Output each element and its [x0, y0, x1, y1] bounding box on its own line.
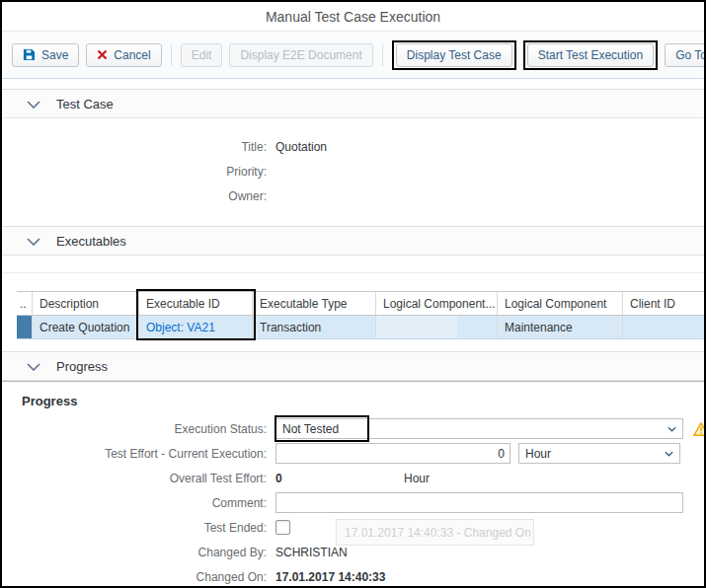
warning-triangle-icon — [693, 422, 706, 436]
changed-by-value: SCHRISTIAN — [275, 546, 348, 559]
owner-label: Owner: — [2, 189, 267, 203]
section-header-test-case[interactable]: Test Case — [2, 89, 704, 118]
window-titlebar: Manual Test Case Execution — [2, 2, 704, 32]
test-effort-unit-value: Hour — [525, 447, 551, 461]
red-x-icon — [97, 49, 108, 60]
test-effort-label: Test Effort - Current Execution: — [2, 447, 267, 461]
test-ended-label: Test Ended: — [2, 521, 267, 535]
chevron-down-icon — [667, 426, 676, 432]
window: Manual Test Case Execution Save Cancel E… — [0, 0, 706, 588]
cell-description: Create Quotation — [33, 316, 139, 338]
overall-effort-unit: Hour — [404, 472, 430, 485]
save-button-label: Save — [41, 48, 68, 62]
column-header-executable-type[interactable]: Executable Type — [253, 292, 376, 315]
column-header-logical-component-version[interactable]: Logical Component... — [376, 292, 498, 315]
display-test-case-button[interactable]: Display Test Case — [396, 43, 512, 67]
section-title-progress: Progress — [56, 359, 108, 374]
highlight-box-display-test-case: Display Test Case — [392, 40, 516, 70]
go-to-label: Go To — [675, 48, 706, 62]
chevron-down-icon — [665, 451, 673, 457]
chevron-down-icon — [27, 97, 40, 111]
changed-on-label: Changed On: — [2, 570, 267, 584]
spacer — [2, 339, 704, 351]
column-header-logical-component[interactable]: Logical Component — [498, 292, 623, 315]
section-title-test-case: Test Case — [56, 97, 114, 111]
comment-label: Comment: — [2, 496, 267, 510]
executable-id-link[interactable]: Object: VA21 — [146, 321, 215, 334]
comment-input[interactable] — [275, 492, 683, 513]
spacer — [2, 273, 704, 291]
priority-label: Priority: — [2, 165, 267, 179]
overall-effort-label: Overall Test Effort: — [2, 472, 267, 485]
highlight-box-start-test-execution: Start Test Execution — [523, 40, 659, 70]
section-title-executables: Executables — [56, 234, 126, 249]
execution-status-label: Execution Status: — [2, 422, 267, 436]
display-test-case-label: Display Test Case — [407, 48, 502, 62]
section-header-progress[interactable]: Progress — [2, 351, 704, 381]
column-header-selector[interactable]: .. — [17, 292, 33, 315]
start-test-execution-button[interactable]: Start Test Execution — [527, 43, 655, 67]
edit-button-label: Edit — [192, 48, 212, 62]
cell-logical-component: Maintenance — [498, 316, 623, 338]
changed-by-label: Changed By: — [2, 546, 267, 559]
executables-table: .. Description Executable ID Executable … — [17, 291, 705, 339]
column-header-description[interactable]: Description — [33, 292, 139, 315]
floppy-disk-icon — [23, 48, 36, 61]
column-header-executable-id[interactable]: Executable ID — [139, 292, 253, 315]
cell-executable-type: Transaction — [253, 316, 376, 338]
changed-on-value: 17.01.2017 14:40:33 — [275, 570, 385, 584]
logical-component-version-field[interactable] — [376, 316, 457, 338]
title-label: Title: — [2, 140, 267, 154]
edit-button[interactable]: Edit — [181, 43, 223, 67]
test-case-body: Title: Quotation Priority: Owner: — [2, 118, 704, 226]
overall-effort-value: 0 — [275, 472, 404, 485]
cancel-button-label: Cancel — [114, 48, 150, 62]
page-title: Manual Test Case Execution — [266, 9, 440, 25]
display-e2e-document-button[interactable]: Display E2E Document — [229, 43, 372, 67]
executables-subbar — [2, 256, 704, 273]
start-test-execution-label: Start Test Execution — [538, 48, 644, 62]
test-effort-unit-select[interactable]: Hour — [518, 443, 680, 464]
toolbar-separator — [382, 44, 383, 66]
progress-body: Progress Execution Status: Not Tested Te… — [2, 382, 704, 588]
spacer — [2, 79, 704, 89]
column-header-client-id[interactable]: Client ID — [623, 292, 705, 315]
cell-executable-id: Object: VA21 — [139, 316, 253, 338]
save-button[interactable]: Save — [12, 43, 79, 67]
cell-logical-component-version — [376, 316, 498, 338]
display-e2e-document-label: Display E2E Document — [240, 48, 361, 62]
chevron-down-icon — [27, 234, 40, 249]
table-row[interactable]: Create Quotation Object: VA21 Transactio… — [17, 316, 705, 339]
cell-client-id — [623, 316, 705, 338]
chevron-down-icon — [27, 359, 40, 374]
toolbar-separator — [171, 44, 172, 66]
execution-status-value: Not Tested — [282, 422, 339, 436]
go-to-menu-button[interactable]: Go To — [665, 43, 706, 67]
execution-status-select[interactable]: Not Tested — [275, 418, 683, 439]
cancel-button[interactable]: Cancel — [86, 43, 161, 67]
row-selector-cell[interactable] — [17, 316, 33, 338]
progress-heading: Progress — [2, 394, 704, 408]
table-header-row: .. Description Executable ID Executable … — [17, 291, 705, 316]
title-value: Quotation — [275, 140, 327, 154]
toolbar: Save Cancel Edit Display E2E Document Di… — [2, 32, 704, 79]
test-effort-input[interactable] — [275, 443, 510, 464]
section-header-executables[interactable]: Executables — [2, 226, 704, 256]
test-ended-checkbox[interactable] — [275, 520, 290, 535]
